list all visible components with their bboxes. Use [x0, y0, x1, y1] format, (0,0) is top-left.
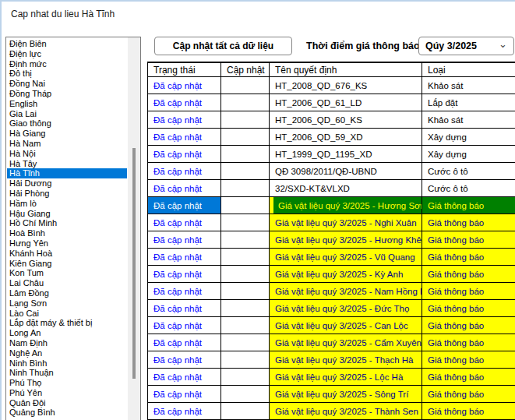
sidebar-item[interactable]: Lâm Đồng — [7, 288, 127, 298]
listbox-scrollbar[interactable] — [128, 37, 140, 420]
update-cell[interactable] — [221, 283, 270, 300]
sidebar-item[interactable]: Điện Biên — [7, 39, 127, 49]
update-cell[interactable] — [221, 351, 270, 369]
listbox-scrollbar-thumb[interactable] — [132, 148, 136, 379]
sidebar-item[interactable]: Giao thông — [7, 118, 127, 129]
status-cell[interactable]: Đã cập nhật — [148, 369, 221, 386]
status-cell[interactable]: Đã cập nhật — [148, 403, 221, 420]
status-cell[interactable]: Đã cập nhật — [148, 300, 221, 317]
table-row[interactable]: Đã cập nhậtHT_2006_QD_59_XDXây dựng — [148, 129, 515, 146]
sidebar-item[interactable]: Đô thị — [7, 69, 127, 79]
update-cell[interactable] — [221, 386, 270, 403]
column-header[interactable]: Tên quyết định — [270, 62, 422, 77]
name-cell[interactable]: Giá vật liệu quý 3/2025 - Sông Trí — [270, 386, 422, 403]
name-cell[interactable]: Giá vật liệu quý 3/2025 - Hương Sơn — [270, 197, 422, 214]
type-cell[interactable]: Cước ô tô — [422, 180, 515, 197]
sidebar-item[interactable]: Nghệ An — [7, 348, 127, 358]
name-cell[interactable]: Giá vật liệu quý 3/2025 - Nghi Xuân — [270, 214, 422, 231]
type-cell[interactable]: Cước ô tô — [422, 163, 515, 180]
sidebar-item[interactable]: Hà Nam — [7, 139, 127, 149]
status-cell[interactable]: Đã cập nhật — [148, 163, 221, 180]
table-row[interactable]: Đã cập nhậtHT_1999_QD_1195_XDXây dựng — [148, 146, 515, 163]
status-cell[interactable]: Đã cập nhật — [148, 111, 221, 129]
sidebar-item[interactable]: Hầm lò — [7, 199, 127, 209]
sidebar-item[interactable]: Kiên Giang — [7, 259, 127, 269]
sidebar-item[interactable]: Hà Tĩnh — [7, 168, 127, 178]
type-cell[interactable]: Giá thông báo — [422, 351, 515, 369]
sidebar-item[interactable]: Long An — [7, 328, 127, 338]
sidebar-item[interactable]: English — [7, 99, 127, 109]
name-cell[interactable]: Giá vật liệu quý 3/2025 - Nam Hồng Lĩnh — [270, 283, 422, 300]
name-cell[interactable]: HT_2006_QD_59_XD — [270, 129, 422, 146]
name-cell[interactable]: Giá vật liệu quý 3/2025 - Đức Thọ — [270, 300, 422, 317]
sidebar-item[interactable]: Nam Định — [7, 338, 127, 348]
status-cell[interactable]: Đã cập nhật — [148, 180, 221, 197]
name-cell[interactable]: Giá vật liệu quý 3/2025 - Can Lộc — [270, 317, 422, 334]
status-cell[interactable]: Đã cập nhật — [148, 129, 221, 146]
name-cell[interactable]: Giá vật liệu quý 3/2025 - Vũ Quang — [270, 249, 422, 266]
table-row[interactable]: Đã cập nhậtGiá vật liệu quý 3/2025 - Thạ… — [148, 351, 515, 369]
type-cell[interactable]: Xây dựng — [422, 146, 515, 163]
status-cell[interactable]: Đã cập nhật — [148, 249, 221, 266]
type-cell[interactable]: Lắp đặt — [422, 94, 515, 111]
sidebar-item[interactable]: Ninh Thuận — [7, 368, 127, 378]
column-header[interactable]: Trạng thái — [148, 62, 221, 77]
table-row[interactable]: Đã cập nhậtHT_2006_QD_61_LDLắp đặt — [148, 94, 515, 111]
sidebar-item[interactable]: Phú Thọ — [7, 378, 127, 388]
type-cell[interactable]: Giá thông báo — [422, 266, 515, 283]
update-cell[interactable] — [221, 146, 270, 163]
name-cell[interactable]: Giá vật liệu quý 3/2025 - Kỳ Anh — [270, 266, 422, 283]
table-row[interactable]: Đã cập nhậtGiá vật liệu quý 3/2025 - Hươ… — [148, 231, 515, 249]
sidebar-item[interactable]: Gia Lai — [7, 109, 127, 119]
sidebar-item[interactable]: Hồ Chí Minh — [7, 218, 127, 228]
status-cell[interactable]: Đã cập nhật — [148, 197, 221, 214]
status-cell[interactable]: Đã cập nhật — [148, 94, 221, 111]
sidebar-item[interactable]: Định mức — [7, 59, 127, 69]
type-cell[interactable]: Giá thông báo — [422, 317, 515, 334]
sidebar-item[interactable]: Hà Tây — [7, 159, 127, 169]
type-cell[interactable]: Giá thông báo — [422, 283, 515, 300]
update-all-button[interactable]: Cập nhật tất cả dữ liệu — [154, 37, 292, 55]
name-cell[interactable]: Giá vật liệu quý 3/2025 - Lộc Hà — [270, 369, 422, 386]
sidebar-item[interactable]: Điện lực — [7, 49, 127, 59]
name-cell[interactable]: Giá vật liệu quý 3/2025 - Hương Khê — [270, 231, 422, 249]
type-cell[interactable]: Giá thông báo — [422, 214, 515, 231]
update-cell[interactable] — [221, 77, 270, 94]
update-cell[interactable] — [221, 111, 270, 129]
name-cell[interactable]: QĐ 3098/2011/QĐ-UBND — [270, 163, 422, 180]
type-cell[interactable]: Khảo sát — [422, 77, 515, 94]
status-cell[interactable]: Đã cập nhật — [148, 351, 221, 369]
name-cell[interactable]: HT_2006_QD_61_LD — [270, 94, 422, 111]
name-cell[interactable]: HT_2008_QD_676_KS — [270, 77, 422, 94]
update-cell[interactable] — [221, 197, 270, 214]
update-cell[interactable] — [221, 94, 270, 111]
period-combobox[interactable]: Qúy 3/2025 ⌄ — [418, 37, 514, 55]
province-listbox[interactable]: Điện BiênĐiện lựcĐịnh mứcĐô thịĐồng NaiĐ… — [5, 37, 141, 420]
status-cell[interactable]: Đã cập nhật — [148, 266, 221, 283]
status-cell[interactable]: Đã cập nhật — [148, 317, 221, 334]
status-cell[interactable]: Đã cập nhật — [148, 334, 221, 351]
update-cell[interactable] — [221, 334, 270, 351]
column-header[interactable]: Loại — [422, 62, 515, 77]
column-header[interactable]: Cập nhật — [221, 62, 270, 77]
name-cell[interactable]: Giá vật liệu quý 3/2025 - Thành Sen — [270, 403, 422, 420]
update-cell[interactable] — [221, 249, 270, 266]
update-cell[interactable] — [221, 300, 270, 317]
sidebar-item[interactable]: Lai Châu — [7, 278, 127, 288]
sidebar-item[interactable]: Khánh Hoà — [7, 249, 127, 259]
update-cell[interactable] — [221, 129, 270, 146]
status-cell[interactable]: Đã cập nhật — [148, 77, 221, 94]
type-cell[interactable]: Giá thông báo — [422, 300, 515, 317]
type-cell[interactable]: Giá thông báo — [422, 197, 515, 214]
table-row[interactable]: Đã cập nhậtGiá vật liệu quý 3/2025 - Vũ … — [148, 249, 515, 266]
update-cell[interactable] — [221, 266, 270, 283]
type-cell[interactable]: Giá thông báo — [422, 386, 515, 403]
table-row[interactable]: Đã cập nhậtGiá vật liệu quý 3/2025 - Sôn… — [148, 386, 515, 403]
table-row[interactable]: Đã cập nhậtGiá vật liệu quý 3/2025 - Hươ… — [148, 197, 515, 214]
name-cell[interactable]: Giá vật liệu quý 3/2025 - Thạch Hà — [270, 351, 422, 369]
table-row[interactable]: Đã cập nhậtGiá vật liệu quý 3/2025 - Kỳ … — [148, 266, 515, 283]
table-row[interactable]: Đã cập nhậtGiá vật liệu quý 3/2025 - Can… — [148, 317, 515, 334]
table-row[interactable]: Đã cập nhậtQĐ 3098/2011/QĐ-UBNDCước ô tô — [148, 163, 515, 180]
update-cell[interactable] — [221, 163, 270, 180]
table-row[interactable]: Đã cập nhậtGiá vật liệu quý 3/2025 - Nam… — [148, 283, 515, 300]
